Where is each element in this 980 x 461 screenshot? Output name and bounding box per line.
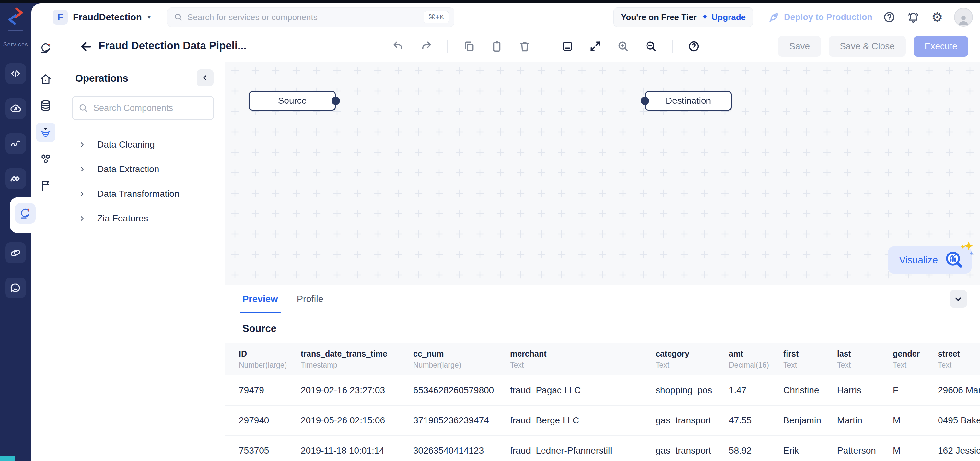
column-header: merchantText [510, 349, 655, 370]
sidebar-item-chat[interactable] [5, 278, 26, 298]
quickml-logo-icon[interactable] [36, 38, 56, 58]
table-cell: 29606 Mart [938, 385, 980, 396]
collapse-panel-button[interactable] [197, 69, 213, 86]
table-cell: 58.92 [729, 445, 783, 456]
rail2-models-button[interactable] [36, 149, 56, 169]
operations-heading: Operations [75, 73, 128, 84]
source-output-port[interactable] [331, 97, 340, 105]
save-button[interactable]: Save [778, 36, 821, 57]
project-badge: F [53, 10, 68, 25]
panel-icon [561, 40, 574, 53]
project-name: FraudDetection [73, 12, 142, 23]
toolbar-divider [546, 40, 546, 53]
search-shortcut-badge: ⌘+K [423, 11, 449, 23]
sidebar-item-functions[interactable] [5, 63, 26, 84]
upgrade-button[interactable]: Upgrade [701, 12, 746, 22]
zoom-out-button[interactable] [644, 40, 658, 53]
back-button[interactable] [79, 40, 93, 54]
rail2-datasets-button[interactable] [36, 96, 56, 115]
operations-item[interactable]: Data Extraction [60, 157, 224, 182]
paste-button[interactable] [490, 40, 504, 53]
quickml-rail [32, 31, 60, 461]
destination-node[interactable]: Destination [645, 91, 732, 110]
zoom-in-button[interactable] [616, 40, 630, 53]
sidebar-item-integrations[interactable] [5, 168, 26, 189]
table-cell: Harris [837, 385, 893, 396]
pipeline-title: Fraud Detection Data Pipeli... [99, 40, 247, 52]
table-cell: fraud_Pagac LLC [510, 385, 655, 396]
collapse-preview-button[interactable] [950, 290, 967, 308]
table-cell: Benjamin [783, 415, 837, 426]
zoom-out-icon [645, 40, 657, 53]
settings-button[interactable]: ⚙ [930, 10, 944, 24]
preview-table: IDNumber(large)trans_date_trans_timeTime… [225, 343, 980, 461]
destination-input-port[interactable] [641, 97, 649, 105]
user-avatar[interactable] [954, 8, 973, 27]
deploy-to-production-button[interactable]: Deploy to Production [768, 11, 872, 23]
execute-button[interactable]: Execute [913, 36, 968, 57]
copy-button[interactable] [462, 40, 476, 53]
redo-icon [420, 40, 432, 53]
tab-profile[interactable]: Profile [297, 285, 323, 313]
sidebar-item-orbit[interactable] [5, 242, 26, 263]
global-search-input[interactable]: Search for services or components ⌘+K [167, 8, 454, 27]
table-cell: 47.55 [729, 415, 783, 426]
chevron-right-icon [78, 166, 86, 173]
components-search-input[interactable]: Search Components [72, 96, 214, 120]
source-node[interactable]: Source [249, 91, 336, 110]
operations-item-label: Data Extraction [97, 164, 159, 174]
operations-item[interactable]: Data Cleaning [60, 132, 224, 157]
delete-button[interactable] [518, 40, 531, 53]
fit-to-screen-button[interactable] [589, 40, 602, 53]
column-header: streetText [938, 349, 980, 370]
table-cell: fraud_Berge LLC [510, 415, 655, 426]
visualize-button[interactable]: Visualize [888, 246, 972, 274]
pipeline-canvas[interactable]: Source Destination Visualize [225, 62, 980, 285]
sparkle-icon [701, 13, 709, 21]
undo-button[interactable] [391, 40, 405, 53]
rail2-flag-button[interactable] [36, 176, 56, 195]
status-strip [0, 456, 15, 461]
chevron-right-icon [78, 141, 86, 148]
chevron-right-icon [78, 190, 86, 198]
redo-button[interactable] [419, 40, 433, 53]
operations-panel: Operations Search Components Data Cleani… [60, 62, 225, 461]
rail2-pipeline-button-active[interactable] [36, 123, 56, 142]
save-close-button[interactable]: Save & Close [829, 36, 906, 57]
operations-item[interactable]: Data Transformation [60, 182, 224, 206]
sidebar-item-cloud-scale[interactable] [5, 98, 26, 119]
sparkles-icon [957, 240, 975, 259]
help-button[interactable] [882, 10, 896, 24]
toggle-bottom-panel-button[interactable] [561, 40, 574, 53]
project-switcher[interactable]: F FraudDetection ▾ [53, 8, 151, 27]
table-cell: F [893, 385, 938, 396]
sidebar-item-zia[interactable] [5, 133, 26, 154]
search-icon [78, 103, 88, 113]
chevron-left-icon [201, 74, 209, 82]
table-cell: M [893, 445, 938, 456]
preview-section-title: Source [242, 323, 980, 335]
table-cell: 753705 [239, 445, 301, 456]
table-cell: gas_transport [655, 445, 729, 456]
table-cell: shopping_pos [655, 385, 729, 396]
undo-icon [392, 40, 404, 53]
table-row: 794792019-02-16 23:27:036534628260579800… [225, 375, 980, 405]
table-cell: 1.47 [729, 385, 783, 396]
notifications-button[interactable] [906, 10, 920, 24]
tab-preview[interactable]: Preview [242, 285, 278, 313]
table-row: 2979402019-05-26 02:15:06371985236239474… [225, 405, 980, 436]
catalyst-logo-icon[interactable] [5, 6, 26, 27]
expand-icon [589, 40, 601, 53]
visualize-label: Visualize [899, 255, 938, 265]
table-cell: 2019-02-16 23:27:03 [301, 385, 413, 396]
table-cell: 2019-05-26 02:15:06 [301, 415, 413, 426]
operations-item[interactable]: Zia Features [60, 206, 224, 231]
sidebar-item-quickml-active[interactable] [15, 203, 36, 224]
table-row: 7537052019-11-18 10:01:1430263540414123f… [225, 436, 980, 461]
column-header: lastText [837, 349, 893, 370]
rail2-home-button[interactable] [36, 69, 56, 89]
table-cell: 371985236239474 [413, 415, 510, 426]
free-tier-text: You're on Free Tier [621, 12, 697, 22]
column-header: firstText [783, 349, 837, 370]
toolbar-help-button[interactable] [687, 40, 701, 53]
